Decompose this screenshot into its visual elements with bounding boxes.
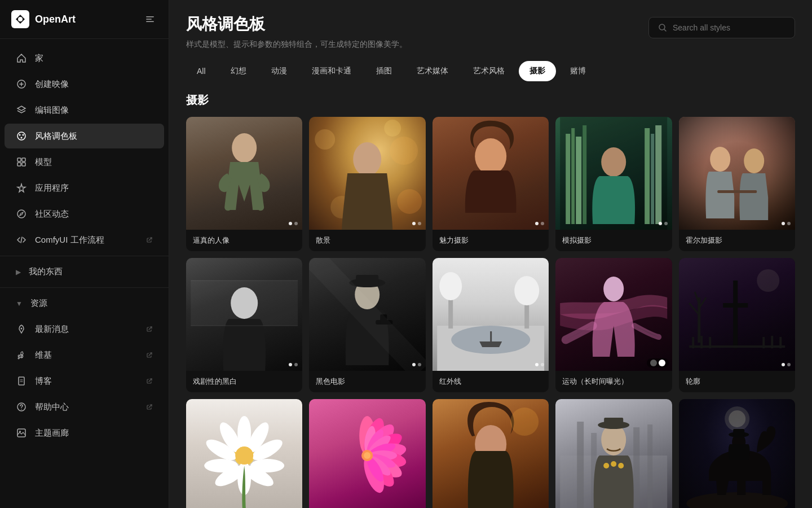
- style-card-11[interactable]: [186, 399, 302, 508]
- style-card-bokeh[interactable]: 散景: [309, 117, 425, 251]
- svg-rect-67: [771, 336, 773, 348]
- resources-section-toggle[interactable]: ▼ 资源: [5, 291, 164, 316]
- svg-rect-63: [692, 337, 694, 348]
- svg-rect-3: [146, 19, 152, 20]
- card-label: 红外线: [433, 371, 549, 392]
- card-toggle[interactable]: [647, 358, 669, 367]
- sidebar-item-home[interactable]: 家: [5, 46, 164, 71]
- card-dot: [535, 363, 539, 366]
- card-dot: [664, 222, 668, 225]
- sidebar-item-community-label: 社区动态: [35, 209, 69, 220]
- style-card-12[interactable]: [309, 399, 425, 508]
- svg-rect-62: [689, 345, 785, 348]
- sidebar-item-create[interactable]: 创建映像: [5, 72, 164, 97]
- sidebar-item-gallery[interactable]: 主题画廊: [5, 421, 164, 445]
- compass-icon: [16, 208, 27, 220]
- tab-art-style[interactable]: 艺术风格: [462, 61, 515, 81]
- svg-point-114: [611, 461, 616, 467]
- page-subtitle: 样式是模型、提示和参数的独特组合，可生成特定的图像美学。: [186, 40, 407, 50]
- sidebar-item-styles[interactable]: 风格调色板: [5, 124, 164, 148]
- svg-point-7: [19, 134, 21, 136]
- tab-all[interactable]: All: [186, 61, 217, 81]
- svg-point-79: [204, 459, 238, 472]
- card-dot: [782, 363, 785, 366]
- card-dot: [535, 222, 539, 225]
- main-content: 风格调色板 样式是模型、提示和参数的独特组合，可生成特定的图像美学。 All 幻…: [169, 0, 812, 508]
- svg-rect-13: [22, 163, 25, 166]
- sidebar-item-community[interactable]: 社区动态: [5, 202, 164, 226]
- card-dot: [787, 222, 791, 225]
- card-label: 逼真的人像: [186, 230, 302, 251]
- style-card-holga[interactable]: 霍尔加摄影: [679, 117, 795, 251]
- card-dot: [418, 222, 421, 225]
- svg-point-59: [603, 277, 624, 301]
- page-title: 风格调色板: [186, 14, 407, 35]
- style-card-film-noir[interactable]: 黑色电影: [309, 258, 425, 392]
- card-dot: [412, 222, 416, 225]
- tab-manga[interactable]: 漫画和卡通: [301, 61, 362, 81]
- card-dot: [659, 222, 662, 225]
- sidebar-item-comfy[interactable]: ComfyUI 工作流程: [5, 227, 164, 252]
- svg-point-38: [601, 147, 626, 177]
- svg-point-15: [21, 328, 23, 330]
- svg-rect-65: [709, 337, 711, 348]
- style-card-dramatic-bw[interactable]: 戏剧性的黑白: [186, 258, 302, 392]
- code-icon: [16, 234, 27, 246]
- card-dot: [289, 363, 292, 366]
- sidebar-item-apps[interactable]: 应用程序: [5, 176, 164, 200]
- sidebar-item-models-label: 模型: [35, 157, 52, 168]
- svg-point-9: [21, 137, 23, 139]
- svg-point-18: [21, 409, 22, 410]
- sparkle-icon: [16, 182, 27, 194]
- external-news-icon: [146, 326, 153, 332]
- style-card-infrared[interactable]: 红外线: [433, 258, 549, 392]
- external-link-icon: [146, 237, 153, 243]
- sidebar-item-models[interactable]: 模型: [5, 150, 164, 174]
- my-stuff-label: 我的东西: [29, 266, 63, 277]
- svg-point-43: [231, 287, 258, 319]
- style-card-realistic-portrait[interactable]: 逼真的人像: [186, 117, 302, 251]
- card-label: 戏剧性的黑白: [186, 371, 302, 392]
- sidebar-item-create-label: 创建映像: [35, 79, 69, 90]
- sidebar-item-wiki[interactable]: 维基: [5, 343, 164, 367]
- sidebar-item-news[interactable]: 最新消息: [5, 317, 164, 341]
- tab-casino[interactable]: 赌博: [559, 61, 597, 81]
- toggle-off-dot: [650, 360, 657, 366]
- divider-1: [0, 256, 169, 256]
- sidebar-item-help[interactable]: 帮助中心: [5, 395, 164, 419]
- search-input[interactable]: [673, 23, 785, 32]
- svg-rect-32: [571, 128, 575, 224]
- svg-rect-60: [733, 281, 738, 348]
- sidebar-item-edit-label: 编辑图像: [35, 105, 69, 116]
- style-card-analog[interactable]: 模拟摄影: [555, 117, 672, 251]
- tab-anime[interactable]: 动漫: [261, 61, 298, 81]
- svg-point-70: [757, 269, 779, 292]
- card-label: 散景: [309, 230, 425, 251]
- section-title: 摄影: [186, 93, 795, 108]
- style-card-15[interactable]: [679, 399, 795, 508]
- tab-art-media[interactable]: 艺术媒体: [406, 61, 459, 81]
- svg-rect-48: [356, 275, 379, 285]
- card-label: 运动（长时间曝光）: [555, 371, 672, 392]
- style-card-14[interactable]: [555, 399, 672, 508]
- svg-rect-16: [19, 377, 24, 385]
- style-card-motion[interactable]: 运动（长时间曝光）: [555, 258, 672, 392]
- tab-illustration[interactable]: 插图: [365, 61, 403, 81]
- search-bar[interactable]: [648, 17, 795, 38]
- svg-rect-106: [577, 422, 584, 508]
- card-label: 黑色电影: [309, 371, 425, 392]
- sidebar-item-blog[interactable]: 博客: [5, 369, 164, 393]
- svg-rect-19: [17, 429, 25, 437]
- my-stuff-section-toggle[interactable]: ▶ 我的东西: [5, 260, 164, 284]
- svg-rect-37: [655, 125, 661, 224]
- svg-point-115: [618, 463, 624, 468]
- sidebar-collapse-button[interactable]: [143, 12, 157, 27]
- style-card-glamour[interactable]: 魅力摄影: [433, 117, 549, 251]
- gallery-icon: [16, 427, 27, 439]
- tab-fantasy[interactable]: 幻想: [220, 61, 257, 81]
- style-card-13[interactable]: [433, 399, 549, 508]
- sidebar-item-edit[interactable]: 编辑图像: [5, 98, 164, 122]
- style-card-silhouette[interactable]: 轮廓: [679, 258, 795, 392]
- tab-photography[interactable]: 摄影: [519, 61, 556, 81]
- svg-rect-58: [490, 331, 492, 343]
